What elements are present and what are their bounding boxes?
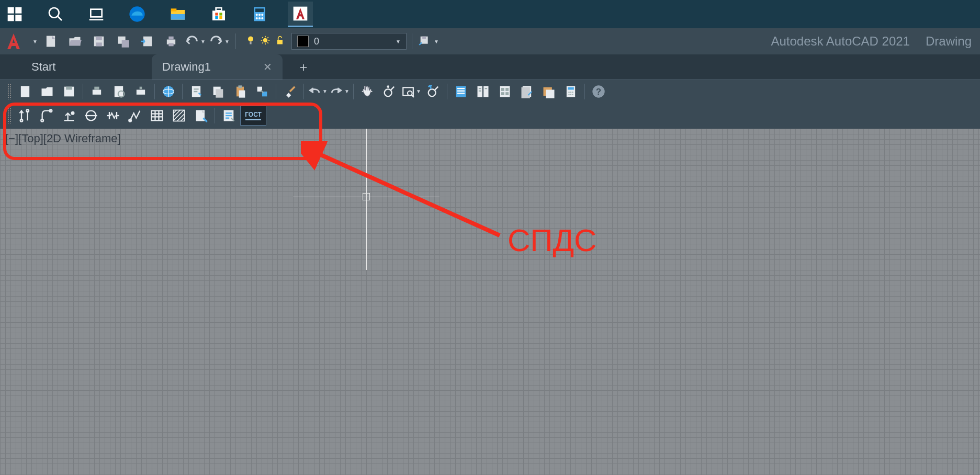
- svg-line-47: [262, 42, 263, 43]
- tb-undo-icon[interactable]: ▼: [307, 82, 328, 101]
- file-explorer-button[interactable]: [165, 2, 190, 27]
- tb-match-icon[interactable]: [252, 82, 273, 101]
- spds-format-icon[interactable]: [190, 106, 211, 126]
- spds-axis2-icon[interactable]: [37, 106, 58, 126]
- tb-zoom-window-icon[interactable]: ▼: [401, 82, 422, 101]
- tb-pan-icon[interactable]: [357, 82, 378, 101]
- tb-print-icon[interactable]: [86, 82, 107, 101]
- tb-properties-icon[interactable]: [450, 82, 471, 101]
- layer-bulb-icon[interactable]: [245, 35, 256, 48]
- svg-point-76: [408, 91, 412, 95]
- svg-rect-65: [216, 89, 223, 97]
- share-icon[interactable]: ▼: [418, 31, 440, 52]
- tab-drawing1[interactable]: Drawing1 ✕: [152, 54, 283, 80]
- store-button[interactable]: [206, 2, 231, 27]
- tb-sheet-set-icon[interactable]: [516, 82, 537, 101]
- svg-rect-51: [422, 37, 426, 39]
- qat-separator-2: [412, 33, 412, 49]
- tb-separator-4: [276, 84, 276, 99]
- spds-spec-icon[interactable]: [218, 106, 239, 126]
- layer-sun-icon[interactable]: [260, 35, 271, 48]
- svg-point-4: [49, 8, 59, 18]
- tb-publish-icon[interactable]: [130, 82, 151, 101]
- spds-section-icon[interactable]: [81, 106, 102, 126]
- spds-toolbar-grip[interactable]: [7, 108, 12, 123]
- svg-rect-56: [94, 86, 99, 89]
- svg-point-109: [20, 119, 23, 122]
- tab-close-icon[interactable]: ✕: [263, 61, 272, 73]
- doc-tabs-row: Start Drawing1 ✕ ＋: [0, 54, 980, 80]
- gost-label: ГОСТ: [245, 111, 262, 118]
- new-icon[interactable]: [40, 31, 62, 52]
- tb-paste-icon[interactable]: [230, 82, 251, 101]
- spds-separator: [215, 108, 215, 123]
- autocad-taskbar-button[interactable]: [288, 2, 313, 27]
- svg-rect-82: [457, 90, 465, 91]
- open-icon[interactable]: [64, 31, 86, 52]
- save-icon[interactable]: [88, 31, 110, 52]
- tb-separator: [83, 84, 83, 99]
- tb-save-icon[interactable]: [59, 82, 80, 101]
- tb-cut-icon[interactable]: [186, 82, 207, 101]
- svg-rect-85: [483, 86, 488, 97]
- tb-quickcalc-icon[interactable]: [560, 82, 581, 101]
- svg-rect-97: [546, 89, 554, 98]
- search-button[interactable]: [43, 2, 68, 27]
- spds-hatch-icon[interactable]: [168, 106, 189, 126]
- spds-level-icon[interactable]: [59, 106, 80, 126]
- svg-rect-89: [500, 86, 510, 97]
- app-logo[interactable]: [3, 31, 24, 52]
- tab-start-label: Start: [31, 60, 55, 74]
- svg-rect-68: [239, 90, 245, 97]
- tab-start[interactable]: Start: [21, 54, 152, 80]
- redo-icon[interactable]: ▼: [208, 31, 230, 52]
- svg-rect-12: [212, 10, 225, 20]
- svg-point-20: [256, 14, 258, 16]
- tb-zoom-previous-icon[interactable]: [423, 82, 444, 101]
- svg-rect-91: [505, 88, 509, 91]
- calculator-button[interactable]: [247, 2, 272, 27]
- doc-title: Drawing: [926, 34, 972, 49]
- spds-break-icon[interactable]: [103, 106, 123, 126]
- toolbar-grip[interactable]: [7, 84, 12, 99]
- task-view-button[interactable]: [84, 2, 109, 27]
- tb-copy-icon[interactable]: [208, 82, 229, 101]
- svg-rect-10: [171, 8, 177, 11]
- tb-design-center-icon[interactable]: [472, 82, 493, 101]
- spds-table-icon[interactable]: [147, 106, 167, 126]
- drawing-canvas[interactable]: [−][Top][2D Wireframe]: [0, 129, 980, 475]
- svg-rect-93: [505, 92, 509, 95]
- saveas-icon[interactable]: [112, 31, 134, 52]
- tb-paintbrush-icon[interactable]: [279, 82, 300, 101]
- app-menu-caret[interactable]: ▼: [32, 39, 38, 44]
- open-web-icon[interactable]: [136, 31, 158, 52]
- spds-gost-button[interactable]: ГОСТ: [240, 106, 266, 126]
- svg-rect-39: [250, 42, 251, 44]
- tb-preview-icon[interactable]: [108, 82, 129, 101]
- spds-toolbar: ГОСТ: [0, 103, 980, 129]
- undo-icon[interactable]: ▼: [184, 31, 206, 52]
- layer-dropdown[interactable]: 0 ▼: [291, 33, 407, 50]
- tb-markup-icon[interactable]: [538, 82, 559, 101]
- tb-tool-palettes-icon[interactable]: [494, 82, 515, 101]
- tb-redo-icon[interactable]: ▼: [329, 82, 350, 101]
- new-tab-button[interactable]: ＋: [293, 56, 314, 77]
- svg-line-79: [434, 86, 438, 90]
- tb-help-icon[interactable]: ?: [588, 82, 609, 101]
- start-button[interactable]: [2, 2, 27, 27]
- print-icon[interactable]: [160, 31, 182, 52]
- layer-lock-icon[interactable]: [275, 35, 285, 48]
- tb-globe-icon[interactable]: [158, 82, 179, 101]
- spds-welding-icon[interactable]: [125, 106, 145, 126]
- tb-open-icon[interactable]: [37, 82, 58, 101]
- viewport-controls[interactable]: [−][Top][2D Wireframe]: [5, 132, 121, 145]
- svg-point-25: [261, 17, 263, 19]
- spds-axis-icon[interactable]: [15, 106, 36, 126]
- tb-zoom-realtime-icon[interactable]: [379, 82, 400, 101]
- tb-new-icon[interactable]: [15, 82, 36, 101]
- svg-point-105: [572, 94, 573, 95]
- tb-separator-5: [303, 84, 304, 99]
- edge-button[interactable]: [125, 2, 150, 27]
- svg-rect-83: [457, 93, 465, 94]
- svg-line-5: [58, 16, 62, 20]
